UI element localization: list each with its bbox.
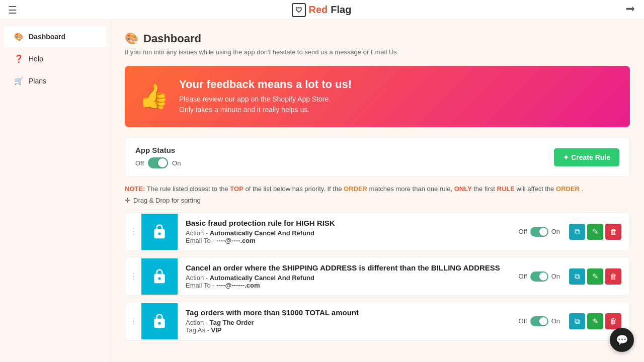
rule-icon-box-2 [141,258,178,295]
app-status-toggle-row: Off On [135,157,181,168]
lock-icon-3 [151,313,168,329]
rule-card-1: ⋮ Basic fraud protection rule for HIGH R… [125,212,630,251]
rule-card-2: ⋮ Cancel an order where the SHIPPING ADD… [125,257,630,296]
rule-action-1: Action - Automatically Cancel And Refund [186,229,503,237]
note-text1: The rule listed closest to the [147,185,230,193]
drag-drop-label: ✛ Drag & Drop for sorting [125,197,630,204]
main-content: 🎨 Dashboard If you run into any issues w… [111,20,644,362]
sidebar-item-help[interactable]: ❓ Help [4,48,106,69]
feedback-line2: Only takes a minute and it really helps … [179,105,352,115]
drag-icon: ✛ [125,197,130,204]
rule-icon-box-3 [141,303,178,339]
rule-extra-1: Email To - ----@----.com [186,237,503,244]
rule-edit-button-2[interactable]: ✎ [587,268,603,285]
note-text4: the first [473,185,497,193]
rule-copy-button-2[interactable]: ⧉ [569,268,585,285]
logo-red: Red [309,4,328,16]
sidebar-item-plans[interactable]: 🛒 Plans [4,70,106,92]
rule-action-2: Action - Automatically Cancel And Refund [186,274,503,282]
rule-on-label-2: On [551,273,560,280]
note-only: ONLY [454,185,472,193]
feedback-thumb-icon: 👍 [139,82,169,111]
rule-controls-2: Off On ⧉ ✎ 🗑 [511,268,629,285]
rule-toggle-row-1: Off On [519,227,560,237]
note-text6: . [582,185,584,193]
app-status-left: App Status Off On [135,146,181,168]
rule-title-3: Tag orders with more than $1000 TOTAL am… [186,308,503,317]
rule-info-2: Cancel an order where the SHIPPING ADDRE… [178,257,511,295]
feedback-line1: Please review our app on the Shopify App… [179,94,352,105]
note-text5: will affect the [517,185,556,193]
rule-delete-button-2[interactable]: 🗑 [605,268,621,285]
note-rule: RULE [497,185,515,193]
page-title: 🎨 Dashboard [125,32,630,45]
note-top: TOP [230,185,244,193]
rule-extra-2: Email To - ----@------.com [186,282,503,289]
rule-copy-button-1[interactable]: ⧉ [569,224,585,240]
page-subtitle: If you run into any issues while using t… [125,48,630,56]
feedback-headline: Your feedback means a lot to us! [179,78,352,91]
plans-icon: 🛒 [14,76,24,85]
rule-toggle-3[interactable] [530,316,548,326]
drag-handle-1[interactable]: ⋮ [125,227,141,236]
rule-edit-button-1[interactable]: ✎ [587,224,603,240]
rule-toggle-row-3: Off On [519,316,560,326]
rule-off-label-1: Off [519,228,527,235]
rule-action-buttons-3: ⧉ ✎ 🗑 [569,313,621,329]
sidebar-item-dashboard[interactable]: 🎨 Dashboard [4,26,106,47]
rule-action-3: Action - Tag The Order [186,319,503,326]
rule-delete-button-1[interactable]: 🗑 [605,224,621,240]
rule-toggle-2[interactable] [530,272,548,282]
toggle-on-label: On [172,159,181,167]
lock-icon-1 [151,224,168,240]
rule-controls-3: Off On ⧉ ✎ 🗑 [511,313,629,329]
dashboard-icon: 🎨 [14,32,24,41]
create-rule-button[interactable]: ✦ Create Rule [554,148,619,166]
rule-title-1: Basic fraud protection rule for HIGH RIS… [186,219,503,227]
app-status-toggle[interactable] [148,157,168,168]
logout-icon[interactable]: ⮕ [626,4,636,16]
sidebar: 🎨 Dashboard ❓ Help 🛒 Plans [0,20,111,362]
rule-off-label-2: Off [519,273,527,280]
feedback-banner: 👍 Your feedback means a lot to us! Pleas… [125,66,630,127]
page-title-icon: 🎨 [125,32,138,45]
rule-copy-button-3[interactable]: ⧉ [569,313,585,329]
logo-flag: Flag [331,4,351,16]
rule-info-1: Basic fraud protection rule for HIGH RIS… [178,213,511,250]
layout: 🎨 Dashboard ❓ Help 🛒 Plans 🎨 Dashboard I… [0,20,644,362]
note-order2: ORDER [556,185,580,193]
app-logo: 🛡 RedFlag [292,3,352,17]
rule-on-label-1: On [551,228,560,235]
rule-card-3: ⋮ Tag orders with more than $1000 TOTAL … [125,302,630,340]
drag-handle-2[interactable]: ⋮ [125,272,141,281]
help-icon: ❓ [14,54,24,63]
rule-on-label-3: On [551,317,560,325]
logo-icon: 🛡 [292,3,306,17]
rule-title-2: Cancel an order where the SHIPPING ADDRE… [186,263,503,272]
note-text3: matches more than one rule, [369,185,454,193]
priority-note: NOTE: The rule listed closest to the TOP… [125,185,630,193]
rule-edit-button-3[interactable]: ✎ [587,313,603,329]
toggle-off-label: Off [135,159,144,167]
rule-action-buttons-1: ⧉ ✎ 🗑 [569,224,621,240]
rule-info-3: Tag orders with more than $1000 TOTAL am… [178,302,511,340]
app-status-card: App Status Off On ✦ Create Rule [125,137,630,177]
topnav: ☰ 🛡 RedFlag ⮕ [0,0,644,20]
feedback-text: Your feedback means a lot to us! Please … [179,78,352,115]
rule-action-buttons-2: ⧉ ✎ 🗑 [569,268,621,285]
rule-delete-button-3[interactable]: 🗑 [605,313,621,329]
rule-controls-1: Off On ⧉ ✎ 🗑 [511,224,629,240]
drag-handle-3[interactable]: ⋮ [125,316,141,326]
note-text2: of the list below has priority. If the [245,185,344,193]
rule-off-label-3: Off [519,317,527,325]
hamburger-menu-icon[interactable]: ☰ [8,4,17,16]
lock-icon-2 [151,268,168,285]
rule-extra-3: Tag As - VIP [186,326,503,334]
sidebar-label-help: Help [29,55,43,63]
rule-toggle-1[interactable] [530,227,548,237]
chat-bubble-button[interactable]: 💬 [610,328,634,352]
sidebar-label-dashboard: Dashboard [29,33,65,41]
note-order1: ORDER [344,185,367,193]
sidebar-label-plans: Plans [29,77,46,85]
rules-list: ⋮ Basic fraud protection rule for HIGH R… [125,212,630,340]
